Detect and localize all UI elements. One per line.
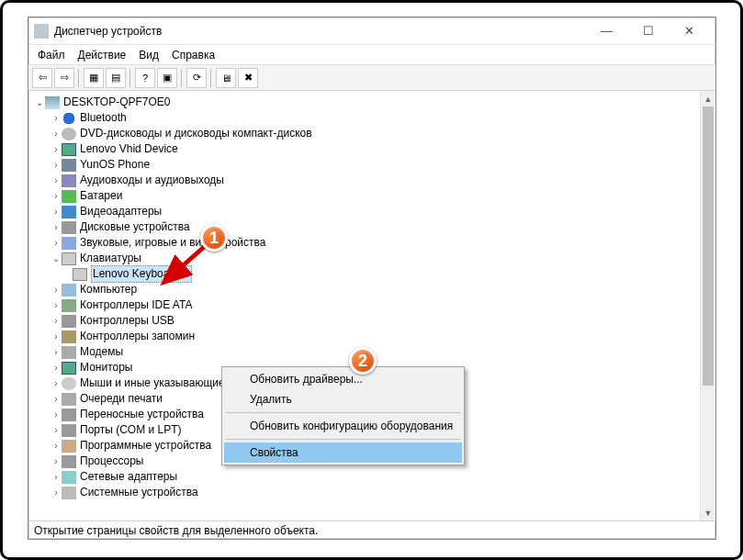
tree-item-label: Мониторы (80, 360, 132, 375)
tree-item-label: Контроллеры запомин (80, 329, 195, 344)
tree-item[interactable]: ›Батареи (32, 188, 715, 204)
toolbar-btn-1[interactable]: ▦ (84, 68, 104, 88)
scroll-thumb[interactable] (703, 106, 714, 386)
toolbar-btn-4[interactable]: ▣ (157, 68, 177, 88)
tree-item-label: Сетевые адаптеры (80, 469, 177, 485)
expand-icon[interactable]: › (51, 438, 62, 454)
menu-action[interactable]: Действие (78, 49, 127, 62)
ctx-update-drivers[interactable]: Обновить драйверы... (224, 369, 462, 389)
callout-2: 2 (349, 347, 377, 375)
toolbar-btn-6[interactable]: 🖥 (216, 68, 236, 88)
expand-icon[interactable]: › (51, 157, 62, 173)
tree-item[interactable]: ›Аудиовходы и аудиовыходы (32, 173, 715, 188)
tree-item[interactable]: ⌄Клавиатуры (32, 251, 715, 266)
device-category-icon (62, 346, 76, 359)
menu-view[interactable]: Вид (139, 49, 159, 62)
device-category-icon (62, 440, 76, 453)
titlebar: Диспетчер устройств — ☐ ✕ (28, 17, 715, 45)
callout-1: 1 (200, 224, 228, 252)
expand-icon[interactable]: › (51, 422, 62, 438)
nav-forward-button[interactable]: ⇨ (54, 68, 74, 88)
toolbar-separator (210, 69, 212, 87)
ctx-properties[interactable]: Свойства (224, 442, 462, 463)
expand-icon[interactable]: › (51, 469, 62, 485)
expand-icon[interactable]: › (51, 407, 62, 422)
maximize-button[interactable]: ☐ (627, 18, 669, 44)
scroll-down-button[interactable]: ▼ (701, 505, 715, 521)
nav-back-button[interactable]: ⇦ (32, 68, 52, 88)
expand-icon[interactable]: › (51, 313, 62, 329)
tree-item[interactable]: ›DVD-дисководы и дисководы компакт-диско… (32, 126, 715, 141)
expand-icon[interactable]: › (51, 282, 62, 297)
tree-item[interactable]: ›Lenovo Vhid Device (32, 141, 715, 157)
expand-icon[interactable]: › (51, 141, 62, 157)
tree-item[interactable]: ›Контроллеры USB (32, 313, 715, 329)
toolbar-btn-2[interactable]: ▤ (106, 68, 126, 88)
ctx-delete[interactable]: Удалить (224, 389, 462, 409)
tree-item-label: Порты (COM и LPT) (80, 422, 182, 438)
minimize-button[interactable]: — (586, 18, 627, 44)
toolbar-separator (129, 69, 131, 87)
app-icon (34, 24, 49, 39)
expand-icon[interactable]: › (51, 375, 62, 391)
expand-icon[interactable]: › (51, 454, 62, 469)
device-category-icon (62, 409, 76, 421)
scroll-track[interactable] (701, 106, 715, 505)
tree-item-label: Переносные устройства (80, 407, 204, 422)
close-button[interactable]: ✕ (669, 18, 710, 44)
expand-icon[interactable]: › (51, 297, 62, 313)
menubar: Файл Действие Вид Справка (28, 45, 715, 65)
device-category-icon (62, 159, 76, 172)
tree-item[interactable]: ›YunOS Phone (32, 157, 715, 173)
toolbar-btn-7[interactable]: ✖ (238, 68, 258, 88)
expand-icon[interactable]: › (51, 391, 62, 407)
toolbar-scan-button[interactable]: ⟳ (186, 68, 207, 88)
device-category-icon (62, 377, 76, 390)
menu-file[interactable]: Файл (38, 49, 65, 62)
expand-icon[interactable]: › (51, 485, 62, 500)
tree-root-label: DESKTOP-QPF7OE0 (63, 95, 170, 110)
tree-item[interactable]: ›Видеоадаптеры (32, 204, 715, 219)
toolbar-separator (181, 69, 183, 87)
toolbar-help-button[interactable]: ? (135, 68, 155, 88)
expand-icon[interactable]: › (51, 188, 62, 204)
expand-icon[interactable]: › (51, 173, 62, 188)
expand-icon[interactable]: › (51, 110, 62, 126)
keyboard-icon (73, 268, 87, 281)
menu-help[interactable]: Справка (172, 49, 215, 62)
expand-icon[interactable]: › (51, 360, 62, 375)
context-menu: Обновить драйверы... Удалить Обновить ко… (221, 366, 465, 465)
tree-item-selected[interactable]: Lenovo Keyboard D (32, 266, 715, 282)
device-category-icon (62, 362, 76, 375)
device-category-icon (62, 221, 76, 234)
expand-icon[interactable]: › (51, 126, 62, 141)
tree-item[interactable]: ›Компьютер (32, 282, 715, 297)
device-category-icon (62, 315, 76, 328)
expand-icon[interactable]: › (51, 235, 62, 251)
tree-item[interactable]: ›Сетевые адаптеры (32, 469, 715, 485)
tree-item-label: Bluetooth (80, 110, 127, 126)
tree-item[interactable]: ›Bluetooth (32, 110, 715, 126)
tree-item[interactable]: ›Контроллеры IDE ATA (32, 297, 715, 313)
expand-icon[interactable]: ⌄ (51, 251, 62, 266)
tree-item[interactable]: ›Системные устройства (32, 485, 715, 500)
device-category-icon (62, 206, 76, 218)
expand-icon[interactable]: › (51, 219, 62, 235)
expand-icon[interactable]: › (51, 204, 62, 219)
vertical-scrollbar[interactable]: ▲ ▼ (700, 91, 715, 521)
scroll-up-button[interactable]: ▲ (701, 91, 715, 106)
tree-item-label: Очереди печати (80, 391, 163, 407)
tree-item-label: Контроллеры IDE ATA (80, 297, 192, 313)
statusbar: Открытие страницы свойств для выделенног… (28, 521, 715, 539)
tree-item[interactable]: ›Звуковые, игровые и виде…ройства (32, 235, 715, 251)
tree-item[interactable]: ›Дисковые устройства (32, 219, 715, 235)
window-title: Диспетчер устройств (54, 25, 586, 38)
tree-root[interactable]: ⌄ DESKTOP-QPF7OE0 (32, 95, 715, 110)
ctx-scan-hardware[interactable]: Обновить конфигурацию оборудования (224, 416, 462, 436)
expand-icon[interactable]: ⌄ (34, 95, 45, 110)
content-area: ⌄ DESKTOP-QPF7OE0 ›Bluetooth›DVD-дисково… (28, 91, 715, 521)
expand-icon[interactable]: › (51, 329, 62, 344)
tree-item[interactable]: ›Контроллеры запомин (32, 329, 715, 344)
expand-icon[interactable]: › (51, 344, 62, 360)
statusbar-text: Открытие страницы свойств для выделенног… (34, 524, 318, 537)
